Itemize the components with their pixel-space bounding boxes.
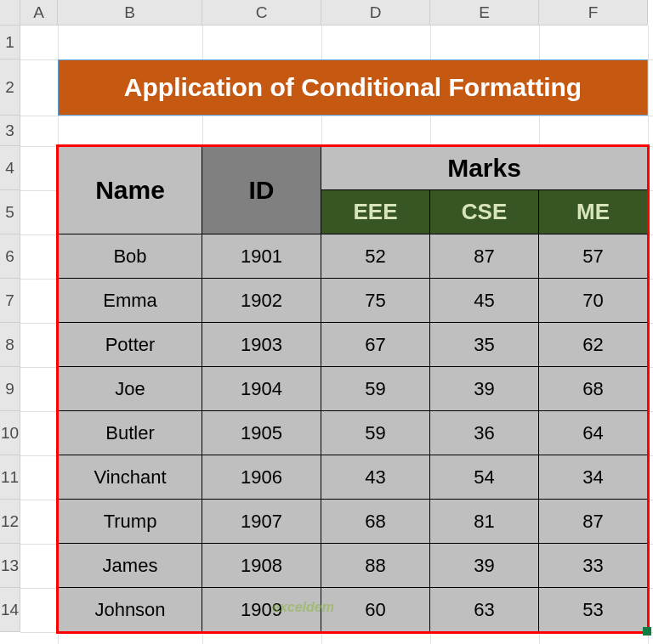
row-header-9[interactable]: 9 xyxy=(0,367,20,411)
cell-cse-row9[interactable]: 63 xyxy=(429,587,539,632)
cell-cse-row8[interactable]: 39 xyxy=(429,543,539,588)
row-header-12[interactable]: 12 xyxy=(0,500,20,544)
row-header-10[interactable]: 10 xyxy=(0,411,20,455)
cell-eee-row3[interactable]: 67 xyxy=(321,322,430,367)
row-header-4[interactable]: 4 xyxy=(0,146,20,190)
cell-name-row4[interactable]: Joe xyxy=(58,366,202,411)
cell-eee-row2[interactable]: 75 xyxy=(321,278,430,323)
row-header-6[interactable]: 6 xyxy=(0,234,20,279)
cell-cse-row1[interactable]: 87 xyxy=(429,234,539,279)
cell-id-row9[interactable]: 1909 xyxy=(202,587,321,632)
cell-cse-row3[interactable]: 35 xyxy=(429,322,539,367)
header-me[interactable]: ME xyxy=(538,189,648,234)
cell-id-row3[interactable]: 1903 xyxy=(202,322,321,367)
col-header-C[interactable]: C xyxy=(202,0,321,25)
row-header-14[interactable]: 14 xyxy=(0,588,20,632)
cell-eee-row6[interactable]: 43 xyxy=(321,455,430,500)
cell-cse-row4[interactable]: 39 xyxy=(429,366,539,411)
cell-me-row4[interactable]: 68 xyxy=(538,366,648,411)
col-header-D[interactable]: D xyxy=(321,0,430,25)
header-cse[interactable]: CSE xyxy=(429,189,539,234)
cell-me-row5[interactable]: 64 xyxy=(538,410,648,455)
spreadsheet: A B C D E F 1 2 3 4 5 6 7 8 9 10 11 12 1… xyxy=(0,0,653,644)
cell-cse-row2[interactable]: 45 xyxy=(429,278,539,323)
col-header-B[interactable]: B xyxy=(58,0,202,25)
cell-name-row3[interactable]: Potter xyxy=(58,322,202,367)
cell-id-row4[interactable]: 1904 xyxy=(202,366,321,411)
row-header-13[interactable]: 13 xyxy=(0,544,20,588)
row-header-8[interactable]: 8 xyxy=(0,323,20,367)
cell-eee-row1[interactable]: 52 xyxy=(321,234,430,279)
cell-eee-row8[interactable]: 88 xyxy=(321,543,430,588)
cell-id-row1[interactable]: 1901 xyxy=(202,234,321,279)
header-name[interactable]: Name xyxy=(58,146,202,234)
cell-name-row9[interactable]: Johnson xyxy=(58,587,202,632)
title-text: Application of Conditional Formatting xyxy=(124,73,582,102)
cell-name-row2[interactable]: Emma xyxy=(58,278,202,323)
cell-name-row7[interactable]: Trump xyxy=(58,499,202,544)
cell-me-row8[interactable]: 33 xyxy=(538,543,648,588)
row-header-5[interactable]: 5 xyxy=(0,190,20,234)
col-header-F[interactable]: F xyxy=(539,0,648,25)
cell-eee-row7[interactable]: 68 xyxy=(321,499,430,544)
cell-id-row2[interactable]: 1902 xyxy=(202,278,321,323)
row-header-3[interactable]: 3 xyxy=(0,116,20,146)
cell-cse-row5[interactable]: 36 xyxy=(429,410,539,455)
cell-cse-row6[interactable]: 54 xyxy=(429,455,539,500)
cell-eee-row9[interactable]: 60 xyxy=(321,587,430,632)
cell-eee-row4[interactable]: 59 xyxy=(321,366,430,411)
cell-me-row6[interactable]: 34 xyxy=(538,455,648,500)
col-header-A[interactable]: A xyxy=(20,0,58,25)
title-cell[interactable]: Application of Conditional Formatting xyxy=(58,59,648,116)
cell-me-row2[interactable]: 70 xyxy=(538,278,648,323)
cell-name-row1[interactable]: Bob xyxy=(58,234,202,279)
cell-me-row1[interactable]: 57 xyxy=(538,234,648,279)
cell-id-row8[interactable]: 1908 xyxy=(202,543,321,588)
cell-cse-row7[interactable]: 81 xyxy=(429,499,539,544)
cell-id-row6[interactable]: 1906 xyxy=(202,455,321,500)
select-all-corner[interactable] xyxy=(0,0,20,25)
header-eee[interactable]: EEE xyxy=(321,189,430,234)
row-header-1[interactable]: 1 xyxy=(0,25,20,59)
cell-id-row7[interactable]: 1907 xyxy=(202,499,321,544)
row-header-2[interactable]: 2 xyxy=(0,59,20,116)
cell-me-row9[interactable]: 53 xyxy=(538,587,648,632)
row-header-11[interactable]: 11 xyxy=(0,455,20,500)
cell-me-row3[interactable]: 62 xyxy=(538,322,648,367)
cell-name-row5[interactable]: Butler xyxy=(58,410,202,455)
cell-name-row6[interactable]: Vinchant xyxy=(58,455,202,500)
cell-name-row8[interactable]: James xyxy=(58,543,202,588)
header-id[interactable]: ID xyxy=(202,146,321,234)
row-header-7[interactable]: 7 xyxy=(0,279,20,323)
cell-id-row5[interactable]: 1905 xyxy=(202,410,321,455)
cell-eee-row5[interactable]: 59 xyxy=(321,410,430,455)
header-marks[interactable]: Marks xyxy=(321,146,648,190)
cell-me-row7[interactable]: 87 xyxy=(538,499,648,544)
col-header-E[interactable]: E xyxy=(430,0,539,25)
